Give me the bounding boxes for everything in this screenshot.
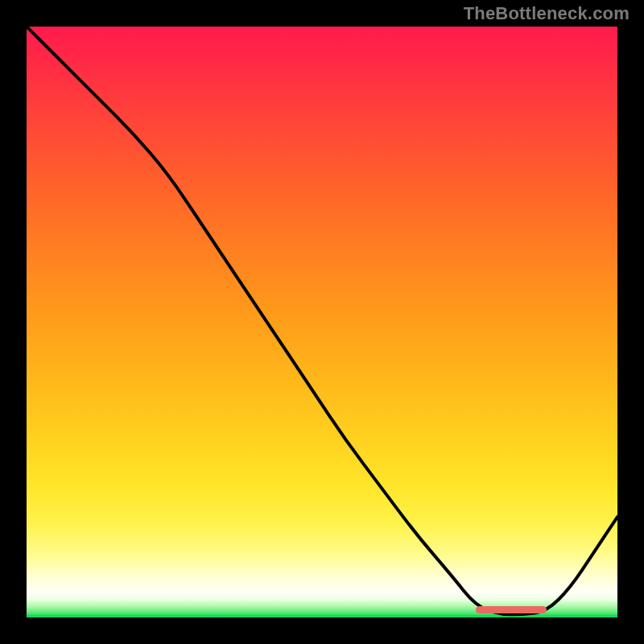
curve-path [27,27,617,614]
curve-svg [27,27,617,617]
optimum-marker-bar [476,606,547,613]
chart-frame: TheBottleneck.com [0,0,644,644]
watermark-text: TheBottleneck.com [464,3,630,24]
plot-area [27,27,617,617]
